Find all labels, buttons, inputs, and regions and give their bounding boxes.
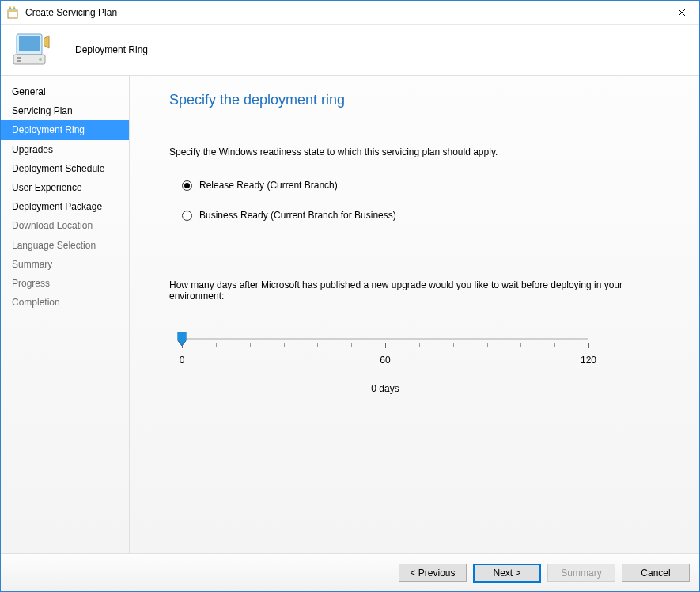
wizard-footer: < Previous Next > Summary Cancel: [1, 553, 699, 591]
radio-icon: [182, 211, 192, 221]
sidebar-item-label: Servicing Plan: [12, 105, 73, 116]
button-label: Next >: [493, 567, 520, 579]
radio-icon: [182, 180, 192, 191]
wizard-window: Create Servicing Plan Deployment Ring Ge…: [0, 0, 700, 592]
wizard-body: General Servicing Plan Deployment Ring U…: [1, 76, 699, 553]
computer-icon: [12, 32, 51, 68]
sidebar-item-label: Deployment Schedule: [12, 163, 104, 174]
svg-point-9: [39, 58, 42, 61]
titlebar: Create Servicing Plan: [1, 1, 699, 25]
sidebar-item-label: Summary: [12, 259, 52, 270]
sidebar-item-general[interactable]: General: [1, 82, 129, 101]
wizard-icon: [7, 6, 20, 19]
wizard-content: Specify the deployment ring Specify the …: [130, 76, 699, 553]
sidebar-item-label: User Experience: [12, 182, 82, 193]
next-button[interactable]: Next >: [473, 564, 541, 583]
previous-button[interactable]: < Previous: [399, 564, 467, 582]
radio-release-ready[interactable]: Release Ready (Current Branch): [182, 180, 667, 191]
sidebar-item-servicing-plan[interactable]: Servicing Plan: [1, 101, 129, 120]
svg-point-2: [9, 6, 11, 8]
sidebar-item-label: Progress: [12, 278, 50, 289]
sidebar-item-label: Deployment Package: [12, 201, 102, 212]
slider-mid-label: 60: [380, 355, 390, 366]
sidebar-item-label: General: [12, 86, 46, 97]
close-button[interactable]: [664, 1, 699, 24]
window-title: Create Servicing Plan: [25, 7, 664, 18]
svg-rect-5: [19, 36, 40, 51]
svg-rect-8: [17, 60, 21, 62]
slider-scale-labels: 0 60 120: [182, 355, 588, 369]
sidebar-item-label: Deployment Ring: [12, 124, 85, 135]
instruction-text: Specify the Windows readiness state to w…: [169, 146, 679, 157]
slider-min-label: 0: [180, 355, 185, 366]
sidebar-item-label: Download Location: [12, 220, 93, 231]
sidebar-item-label: Upgrades: [12, 144, 53, 155]
sidebar-item-label: Completion: [12, 297, 60, 308]
slider-question: How many days after Microsoft has publis…: [169, 279, 679, 302]
slider-ticks: [182, 343, 588, 350]
sidebar-item-progress: Progress: [1, 274, 129, 293]
slider-track: [182, 338, 588, 340]
button-label: Summary: [561, 567, 601, 579]
sidebar-item-download-location: Download Location: [1, 216, 129, 235]
radio-business-ready[interactable]: Business Ready (Current Branch for Busin…: [182, 210, 667, 221]
sidebar-item-deployment-schedule[interactable]: Deployment Schedule: [1, 159, 129, 178]
cancel-button[interactable]: Cancel: [622, 564, 690, 582]
svg-rect-7: [17, 57, 21, 59]
sidebar-item-user-experience[interactable]: User Experience: [1, 178, 129, 197]
wizard-header: Deployment Ring: [1, 25, 699, 76]
sidebar-item-deployment-package[interactable]: Deployment Package: [1, 197, 129, 216]
svg-rect-1: [8, 10, 17, 12]
sidebar-item-label: Language Selection: [12, 240, 96, 251]
delay-slider[interactable]: 0 60 120: [182, 338, 588, 369]
button-label: Cancel: [641, 567, 670, 579]
sidebar-item-language-selection: Language Selection: [1, 236, 129, 255]
sidebar-item-completion: Completion: [1, 293, 129, 312]
page-title: Specify the deployment ring: [169, 92, 679, 108]
radio-label: Release Ready (Current Branch): [199, 180, 338, 191]
slider-max-label: 120: [581, 355, 596, 366]
slider-value-label: 0 days: [182, 383, 588, 394]
radio-label: Business Ready (Current Branch for Busin…: [199, 210, 396, 221]
summary-button: Summary: [547, 564, 615, 582]
sidebar-item-deployment-ring[interactable]: Deployment Ring: [1, 120, 129, 139]
sidebar-item-upgrades[interactable]: Upgrades: [1, 140, 129, 159]
svg-point-3: [13, 6, 15, 8]
button-label: < Previous: [410, 567, 455, 579]
header-subtitle: Deployment Ring: [75, 44, 148, 55]
sidebar-item-summary: Summary: [1, 255, 129, 274]
wizard-sidebar: General Servicing Plan Deployment Ring U…: [1, 76, 130, 553]
